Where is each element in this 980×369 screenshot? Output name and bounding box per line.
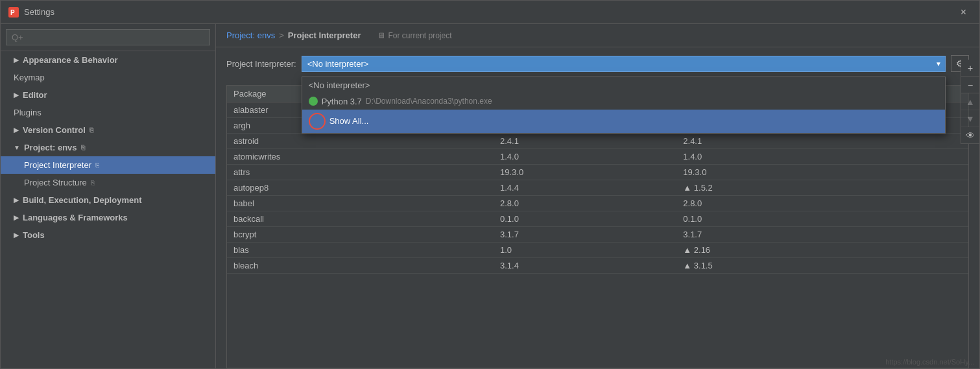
package-version: 0.1.0 xyxy=(494,211,676,227)
package-name: autopep8 xyxy=(227,180,494,196)
sidebar-item-build[interactable]: ▶ Build, Execution, Deployment xyxy=(1,191,215,209)
sidebar-item-version-control[interactable]: ▶ Version Control ⎘ xyxy=(1,121,215,139)
package-name: astroid xyxy=(227,134,494,149)
breadcrumb: Project: envs > Project Interpreter 🖥 Fo… xyxy=(216,24,979,47)
interpreter-label: Project Interpreter: xyxy=(226,59,296,69)
table-row: autopep81.4.4▲ 1.5.2 xyxy=(227,180,968,196)
breadcrumb-project-link[interactable]: Project: envs xyxy=(226,30,275,40)
table-row: atomicwrites1.4.01.4.0 xyxy=(227,149,968,165)
interpreter-dropdown: <No interpreter> Python 3.7 D:\Download\… xyxy=(302,77,946,134)
chevron-right-icon-2: ▶ xyxy=(14,91,19,99)
title-bar: P Settings × xyxy=(1,1,979,24)
scroll-down-button[interactable]: ▼ xyxy=(961,110,979,127)
package-name: atomicwrites xyxy=(227,149,494,165)
table-row: blas1.0▲ 2.16 xyxy=(227,243,968,258)
up-icon: ▲ xyxy=(966,97,975,107)
python-icon xyxy=(309,97,318,106)
chevron-right-icon-6: ▶ xyxy=(14,232,19,239)
down-icon: ▼ xyxy=(966,113,975,124)
window-title: Settings xyxy=(24,7,955,17)
sidebar-item-appearance[interactable]: ▶ Appearance & Behavior xyxy=(1,51,215,69)
sidebar-item-editor[interactable]: ▶ Editor xyxy=(1,86,215,104)
package-latest: ▲ 2.16 xyxy=(676,243,968,258)
package-latest: 2.8.0 xyxy=(676,196,968,211)
chevron-right-icon-4: ▶ xyxy=(14,196,19,204)
settings-window: P Settings × ▶ Appearance & Behavior Key… xyxy=(0,0,980,369)
package-latest: 19.3.0 xyxy=(676,165,968,180)
show-all-circle-icon xyxy=(309,113,326,130)
main-content: ▶ Appearance & Behavior Keymap ▶ Editor … xyxy=(1,24,979,368)
interpreter-select[interactable]: <No interpreter> xyxy=(302,56,946,72)
table-row: babel2.8.02.8.0 xyxy=(227,196,968,211)
sidebar-item-languages[interactable]: ▶ Languages & Frameworks xyxy=(1,209,215,226)
for-current-project-button[interactable]: 🖥 For current project xyxy=(377,31,451,40)
breadcrumb-separator: > xyxy=(279,30,284,40)
search-input[interactable] xyxy=(6,29,210,45)
breadcrumb-current: Project Interpreter xyxy=(288,30,361,40)
package-version: 3.1.7 xyxy=(494,227,676,243)
monitor-icon: 🖥 xyxy=(377,31,385,40)
sidebar-item-keymap[interactable]: Keymap xyxy=(1,69,215,86)
project-interpreter-badge: ⎘ xyxy=(95,161,99,169)
package-name: babel xyxy=(227,196,494,211)
minus-icon: − xyxy=(968,80,973,90)
package-latest: 0.1.0 xyxy=(676,211,968,227)
sidebar-item-project-structure[interactable]: Project Structure ⎘ xyxy=(1,174,215,191)
close-button[interactable]: × xyxy=(955,4,972,21)
up-arrow-icon: ▲ xyxy=(683,261,691,270)
package-latest: ▲ 3.1.5 xyxy=(676,258,968,274)
table-row: astroid2.4.12.4.1 xyxy=(227,134,968,149)
package-name: bcrypt xyxy=(227,227,494,243)
package-version: 3.1.4 xyxy=(494,258,676,274)
package-latest: ▲ 1.5.2 xyxy=(676,180,968,196)
package-latest: 2.4.1 xyxy=(676,134,968,149)
package-name: blas xyxy=(227,243,494,258)
add-package-button[interactable]: + xyxy=(961,60,979,77)
package-name: bleach xyxy=(227,258,494,274)
package-version: 2.4.1 xyxy=(494,134,676,149)
package-version: 19.3.0 xyxy=(494,165,676,180)
eye-button[interactable]: 👁 xyxy=(961,127,979,144)
package-latest: 1.4.0 xyxy=(676,149,968,165)
chevron-right-icon-5: ▶ xyxy=(14,214,19,221)
package-version: 1.0 xyxy=(494,243,676,258)
scroll-up-button[interactable]: ▲ xyxy=(961,93,979,110)
table-row: backcall0.1.00.1.0 xyxy=(227,211,968,227)
sidebar: ▶ Appearance & Behavior Keymap ▶ Editor … xyxy=(1,24,216,368)
package-version: 1.4.4 xyxy=(494,180,676,196)
table-row: bleach3.1.4▲ 3.1.5 xyxy=(227,258,968,274)
dropdown-show-all[interactable]: Show All... xyxy=(302,110,945,133)
watermark: https://blog.csdn.net/SoHy... xyxy=(885,358,974,366)
sidebar-item-plugins[interactable]: Plugins xyxy=(1,104,215,121)
sidebar-item-project-interpreter[interactable]: Project Interpreter ⎘ xyxy=(1,156,215,174)
dropdown-python37[interactable]: Python 3.7 D:\Download\Anaconda3\python.… xyxy=(302,93,945,110)
app-icon: P xyxy=(8,7,19,18)
sidebar-item-project-envs[interactable]: ▼ Project: envs ⎘ xyxy=(1,139,215,156)
sidebar-item-tools[interactable]: ▶ Tools xyxy=(1,226,215,244)
search-box[interactable] xyxy=(1,24,215,51)
package-latest: 3.1.7 xyxy=(676,227,968,243)
remove-package-button[interactable]: − xyxy=(961,77,979,93)
right-actions: + − ▲ ▼ 👁 xyxy=(961,60,979,144)
chevron-right-icon: ▶ xyxy=(14,56,19,64)
interpreter-row: Project Interpreter: <No interpreter> ▼ … xyxy=(226,55,969,72)
package-version: 1.4.0 xyxy=(494,149,676,165)
python-path: D:\Download\Anaconda3\python.exe xyxy=(366,97,492,106)
chevron-down-icon: ▼ xyxy=(14,144,20,151)
settings-area: Project Interpreter: <No interpreter> ▼ … xyxy=(216,47,979,85)
version-control-badge: ⎘ xyxy=(90,126,93,134)
package-name: attrs xyxy=(227,165,494,180)
plus-icon: + xyxy=(968,63,973,73)
table-row: bcrypt3.1.73.1.7 xyxy=(227,227,968,243)
up-arrow-icon: ▲ xyxy=(683,245,691,255)
project-structure-badge: ⎘ xyxy=(91,179,95,186)
chevron-right-icon-3: ▶ xyxy=(14,126,19,134)
svg-text:P: P xyxy=(10,9,15,16)
project-envs-badge: ⎘ xyxy=(81,144,85,151)
dropdown-no-interpreter[interactable]: <No interpreter> xyxy=(302,77,945,93)
interpreter-select-wrapper: <No interpreter> ▼ <No interpreter> Pyth… xyxy=(302,56,946,72)
table-row: attrs19.3.019.3.0 xyxy=(227,165,968,180)
up-arrow-icon: ▲ xyxy=(683,183,691,193)
package-version: 2.8.0 xyxy=(494,196,676,211)
package-name: backcall xyxy=(227,211,494,227)
